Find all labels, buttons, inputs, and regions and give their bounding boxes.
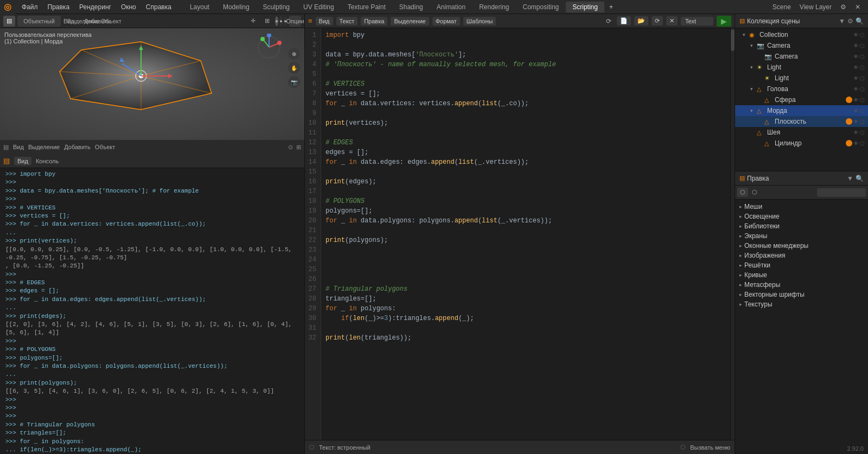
tree-item-sheya[interactable]: △Шея 👁 ⬡ — [735, 127, 868, 138]
prop-section-изображения[interactable]: ▸Изображения — [735, 251, 868, 260]
tab-layout[interactable]: Layout — [183, 2, 216, 12]
transform-snap-icon[interactable]: ⊞ — [296, 144, 301, 151]
prop-section-векторные шрифты[interactable]: ▸Векторные шрифты — [735, 290, 868, 299]
tab-modeling[interactable]: Modeling — [216, 2, 256, 12]
viewport-footer-view[interactable]: Вид — [13, 144, 24, 150]
scene-selector[interactable]: Scene — [769, 2, 794, 12]
prop-section-библиотеки[interactable]: ▸Библиотеки — [735, 221, 868, 231]
call-menu-btn[interactable]: Вызвать меню — [690, 444, 730, 451]
prop-section-метасферы[interactable]: ▸Метасферы — [735, 280, 868, 290]
prop-section-экраны[interactable]: ▸Экраны — [735, 231, 868, 241]
pan-icon[interactable]: ✋ — [288, 62, 300, 74]
code-line — [326, 187, 726, 196]
tree-item-light_obj[interactable]: ☀Light 👁 ⬡ — [735, 73, 868, 84]
prop-section-текстуры[interactable]: ▸Текстуры — [735, 299, 868, 309]
prop-tab-view[interactable]: ⬡ — [749, 188, 760, 197]
tab-compositing[interactable]: Compositing — [516, 2, 566, 12]
properties-search-icon[interactable]: 🔍 — [856, 175, 864, 182]
scroll-bar[interactable] — [730, 28, 735, 440]
script-select-btn[interactable]: Выделение — [391, 17, 429, 25]
prop-section-меши[interactable]: ▸Меши — [735, 202, 868, 212]
tab-rendering[interactable]: Rendering — [473, 2, 515, 12]
viewport-footer-object[interactable]: Объект — [95, 144, 115, 150]
tree-item-camera_obj[interactable]: 📷Camera 👁 ⬡ — [735, 51, 868, 62]
magnet-icon[interactable]: ⊙ — [288, 144, 293, 151]
script-format-btn[interactable]: Формат — [432, 17, 460, 25]
tree-item-golova[interactable]: ▾△Голова 👁 ⬡ — [735, 84, 868, 94]
prop-section-решётки[interactable]: ▸Решётки — [735, 260, 868, 270]
tab-texture-paint[interactable]: Texture Paint — [341, 2, 392, 12]
menu-edit[interactable]: Правка — [43, 2, 74, 12]
object-menu[interactable]: Объект — [105, 16, 117, 27]
console-line: , [0.0, -1.25, -0.25]] — [3, 262, 301, 270]
console-output[interactable]: >>> import bpy>>>>>> data = bpy.data.mes… — [0, 168, 304, 454]
prop-section-освещение[interactable]: ▸Освещение — [735, 212, 868, 221]
console-line: >>> polygons=[]; — [3, 354, 301, 362]
tree-item-light[interactable]: ▾☀Light 👁 ⬡ — [735, 62, 868, 73]
script-text-btn[interactable]: Текст — [336, 17, 358, 25]
console-line: >>> print(polygons); — [3, 379, 301, 387]
top-close-icon[interactable]: ✕ — [852, 2, 864, 12]
tree-item-camera[interactable]: ▾📷Camera 👁 ⬡ — [735, 40, 868, 51]
cursor-icon[interactable]: ✛ — [247, 16, 259, 27]
script-open-btn[interactable]: 📂 — [634, 16, 648, 25]
add-workspace-btn[interactable]: + — [605, 2, 617, 12]
line-number: 19 — [305, 206, 318, 216]
menu-render[interactable]: Рендеринг — [75, 2, 116, 12]
tree-item-tsilindr[interactable]: △Цилиндр 👁 ⬡ — [735, 138, 868, 149]
menu-help[interactable]: Справка — [142, 2, 176, 12]
script-new-btn[interactable]: 📄 — [617, 16, 631, 25]
material-shading[interactable]: ● — [279, 16, 283, 26]
scroll-thumb[interactable] — [731, 29, 735, 51]
script-editor-header: ≡ Вид Текст Правка Выделение Формат Шабл… — [305, 14, 735, 28]
tab-animation[interactable]: Animation — [430, 2, 472, 12]
tab-scripting[interactable]: Scripting — [566, 2, 604, 12]
tab-shading[interactable]: Shading — [393, 2, 430, 12]
solid-shading[interactable]: ● — [275, 16, 278, 26]
script-view-btn[interactable]: Вид — [316, 17, 333, 25]
menu-file[interactable]: Файл — [17, 2, 42, 12]
zoom-icon[interactable]: ⊕ — [288, 48, 300, 60]
prop-tab-scene[interactable]: ⬡ — [737, 188, 748, 197]
menu-window[interactable]: Окно — [117, 2, 141, 12]
tree-item-collection[interactable]: ▾◉Collection 👁 ⬡ — [735, 29, 868, 40]
camera-view-icon[interactable]: 📷 — [288, 76, 300, 88]
prop-section-кривые[interactable]: ▸Кривые — [735, 270, 868, 280]
options-dropdown[interactable]: Опции — [289, 16, 301, 27]
mode-dropdown[interactable]: Объектный — [17, 16, 61, 27]
outliner-settings-icon[interactable]: ⚙ — [847, 17, 853, 25]
top-right-controls: Scene View Layer ⚙ ✕ — [769, 2, 868, 12]
mode-select[interactable]: ▤ — [3, 16, 15, 27]
script-templates-btn[interactable]: Шаблоны — [463, 17, 496, 25]
tree-item-ploskost[interactable]: △Плоскость 👁 ⬡ — [735, 116, 868, 127]
properties-filter-icon[interactable]: ▼ — [847, 175, 853, 182]
tab-sculpting[interactable]: Sculpting — [257, 2, 296, 12]
tab-uv-editing[interactable]: UV Editing — [297, 2, 341, 12]
text-field[interactable]: Text — [681, 17, 713, 25]
view-layer-selector[interactable]: View Layer — [796, 2, 835, 12]
outliner-filter-icon[interactable]: ▼ — [839, 17, 845, 25]
viewport-footer-add[interactable]: Добавить — [64, 144, 91, 150]
script-edit-btn[interactable]: Правка — [361, 17, 387, 25]
viewport-toolbar: ▤ Объектный Вид Выделение Добавить Объек… — [0, 14, 304, 28]
transform-icon[interactable]: ⊞ — [261, 16, 273, 27]
code-line — [326, 323, 726, 333]
viewport-footer-select[interactable]: Выделение — [28, 144, 60, 150]
console-line: >>> import bpy — [3, 170, 301, 178]
tree-item-morda[interactable]: ▾△Морда 👁 ⬡ — [735, 105, 868, 116]
prop-section-оконные менеджеры[interactable]: ▸Оконные менеджеры — [735, 241, 868, 251]
console-view-btn[interactable]: Вид — [14, 157, 31, 165]
code-line — [326, 167, 726, 177]
script-close-btn[interactable]: ✕ — [666, 16, 678, 25]
code-area[interactable]: import bpy data = bpy.data.meshes['Плоск… — [321, 28, 730, 440]
line-number: 14 — [305, 157, 318, 167]
top-settings-icon[interactable]: ⚙ — [837, 2, 850, 12]
tree-item-sfera[interactable]: △Сфера 👁 ⬡ — [735, 94, 868, 105]
line-number: 3 — [305, 50, 318, 60]
run-script-btn[interactable]: ▶ — [717, 16, 731, 27]
properties-search-input[interactable] — [817, 188, 866, 197]
viewport-canvas[interactable]: ⊕ ✋ 📷 Пользовательская перспектива (1) C… — [0, 28, 304, 140]
outliner-search-icon[interactable]: 🔍 — [856, 17, 864, 25]
code-line — [326, 274, 726, 284]
script-reload-btn[interactable]: ⟳ — [652, 16, 663, 25]
